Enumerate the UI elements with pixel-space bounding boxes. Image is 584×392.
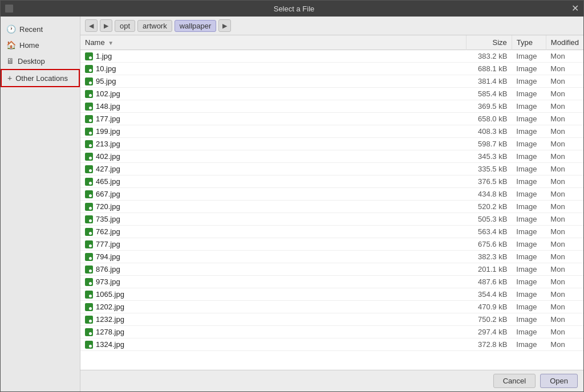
file-type: Image xyxy=(512,301,546,313)
file-icon xyxy=(85,103,93,111)
file-icon xyxy=(85,291,93,299)
file-modified: Mon xyxy=(546,238,583,251)
table-row[interactable]: 1324.jpg372.8 kBImageMon xyxy=(80,338,583,351)
sidebar-item-recent[interactable]: 🕐Recent xyxy=(1,21,80,37)
file-name: 762.jpg xyxy=(96,227,120,236)
file-modified: Mon xyxy=(546,138,583,150)
back-button[interactable]: ◀ xyxy=(85,19,98,32)
table-row[interactable]: 667.jpg434.8 kBImageMon xyxy=(80,188,583,201)
table-row[interactable]: 95.jpg381.4 kBImageMon xyxy=(80,75,583,88)
cancel-button[interactable]: Cancel xyxy=(493,374,536,388)
main-area: ◀ ▶ opt artwork wallpaper ▶ Name xyxy=(80,17,583,391)
table-row[interactable]: 794.jpg382.3 kBImageMon xyxy=(80,251,583,263)
table-row[interactable]: 762.jpg563.4 kBImageMon xyxy=(80,226,583,238)
file-size: 297.4 kB xyxy=(466,326,512,338)
file-type: Image xyxy=(512,238,546,251)
file-name-cell: 777.jpg xyxy=(80,238,466,251)
open-button[interactable]: Open xyxy=(540,374,578,388)
breadcrumb-artwork[interactable]: artwork xyxy=(137,20,172,32)
file-type: Image xyxy=(512,313,546,326)
col-name[interactable]: Name ▼ xyxy=(80,35,466,50)
file-modified: Mon xyxy=(546,75,583,88)
table-row[interactable]: 148.jpg369.5 kBImageMon xyxy=(80,100,583,113)
file-modified: Mon xyxy=(546,163,583,175)
table-row[interactable]: 102.jpg585.4 kBImageMon xyxy=(80,88,583,100)
table-row[interactable]: 465.jpg376.5 kBImageMon xyxy=(80,175,583,188)
file-name-cell: 148.jpg xyxy=(80,100,466,113)
file-size: 675.6 kB xyxy=(466,238,512,251)
file-icon xyxy=(85,65,93,73)
recent-icon: 🕐 xyxy=(6,24,16,34)
sidebar-item-home[interactable]: 🏠Home xyxy=(1,37,80,53)
close-button[interactable]: ✕ xyxy=(571,4,579,13)
file-name-cell: 1278.jpg xyxy=(80,326,466,338)
table-row[interactable]: 1232.jpg750.2 kBImageMon xyxy=(80,313,583,326)
file-name: 102.jpg xyxy=(96,89,120,98)
file-size: 487.6 kB xyxy=(466,276,512,288)
file-list-container[interactable]: Name ▼ Size Type Modified xyxy=(80,35,583,370)
file-type: Image xyxy=(512,63,546,75)
file-size: 598.7 kB xyxy=(466,138,512,150)
col-modified[interactable]: Modified xyxy=(546,35,583,50)
table-row[interactable]: 973.jpg487.6 kBImageMon xyxy=(80,276,583,288)
file-type: Image xyxy=(512,50,546,63)
file-type: Image xyxy=(512,113,546,125)
col-type[interactable]: Type xyxy=(512,35,546,50)
file-name: 1324.jpg xyxy=(96,340,124,349)
table-row[interactable]: 735.jpg505.3 kBImageMon xyxy=(80,213,583,226)
col-size[interactable]: Size xyxy=(466,35,512,50)
table-row[interactable]: 10.jpg688.1 kBImageMon xyxy=(80,63,583,75)
breadcrumb-opt[interactable]: opt xyxy=(115,20,135,32)
file-modified: Mon xyxy=(546,201,583,213)
sidebar-item-label-desktop: Desktop xyxy=(18,57,45,66)
file-name: 973.jpg xyxy=(96,277,120,286)
sidebar-item-other-locations[interactable]: +Other Locations xyxy=(1,69,80,87)
file-modified: Mon xyxy=(546,313,583,326)
file-modified: Mon xyxy=(546,213,583,226)
file-type: Image xyxy=(512,263,546,276)
file-type: Image xyxy=(512,100,546,113)
file-name: 1278.jpg xyxy=(96,328,124,336)
sidebar-item-desktop[interactable]: 🖥Desktop xyxy=(1,53,80,69)
file-icon xyxy=(85,303,93,311)
table-row[interactable]: 402.jpg345.3 kBImageMon xyxy=(80,150,583,163)
file-size: 383.2 kB xyxy=(466,50,512,63)
table-row[interactable]: 199.jpg408.3 kBImageMon xyxy=(80,125,583,138)
file-name-cell: 427.jpg xyxy=(80,163,466,175)
table-row[interactable]: 1202.jpg470.9 kBImageMon xyxy=(80,301,583,313)
table-row[interactable]: 1.jpg383.2 kBImageMon xyxy=(80,50,583,63)
table-row[interactable]: 427.jpg335.5 kBImageMon xyxy=(80,163,583,175)
file-name: 10.jpg xyxy=(96,64,116,73)
breadcrumb-wallpaper[interactable]: wallpaper xyxy=(175,20,217,32)
file-size: 563.4 kB xyxy=(466,226,512,238)
file-modified: Mon xyxy=(546,113,583,125)
file-modified: Mon xyxy=(546,288,583,301)
table-row[interactable]: 777.jpg675.6 kBImageMon xyxy=(80,238,583,251)
file-modified: Mon xyxy=(546,88,583,100)
table-row[interactable]: 177.jpg658.0 kBImageMon xyxy=(80,113,583,125)
file-type: Image xyxy=(512,75,546,88)
other-locations-icon: + xyxy=(7,74,12,83)
file-icon xyxy=(85,178,93,186)
forward-button[interactable]: ▶ xyxy=(100,19,112,32)
table-row[interactable]: 1278.jpg297.4 kBImageMon xyxy=(80,326,583,338)
file-size: 381.4 kB xyxy=(466,75,512,88)
file-icon xyxy=(85,140,93,148)
file-dialog: Select a File ✕ 🕐Recent🏠Home🖥Desktop+Oth… xyxy=(0,0,584,392)
file-icon xyxy=(85,266,93,273)
file-size: 376.5 kB xyxy=(466,175,512,188)
toolbar: ◀ ▶ opt artwork wallpaper ▶ xyxy=(80,17,583,35)
file-size: 434.8 kB xyxy=(466,188,512,201)
table-row[interactable]: 876.jpg201.1 kBImageMon xyxy=(80,263,583,276)
file-name: 735.jpg xyxy=(96,215,120,223)
file-modified: Mon xyxy=(546,226,583,238)
file-name-cell: 973.jpg xyxy=(80,276,466,288)
table-row[interactable]: 720.jpg520.2 kBImageMon xyxy=(80,201,583,213)
file-icon xyxy=(85,228,93,236)
file-type: Image xyxy=(512,150,546,163)
file-name-cell: 762.jpg xyxy=(80,226,466,238)
table-row[interactable]: 213.jpg598.7 kBImageMon xyxy=(80,138,583,150)
more-button[interactable]: ▶ xyxy=(218,19,231,32)
table-row[interactable]: 1065.jpg354.4 kBImageMon xyxy=(80,288,583,301)
file-modified: Mon xyxy=(546,326,583,338)
